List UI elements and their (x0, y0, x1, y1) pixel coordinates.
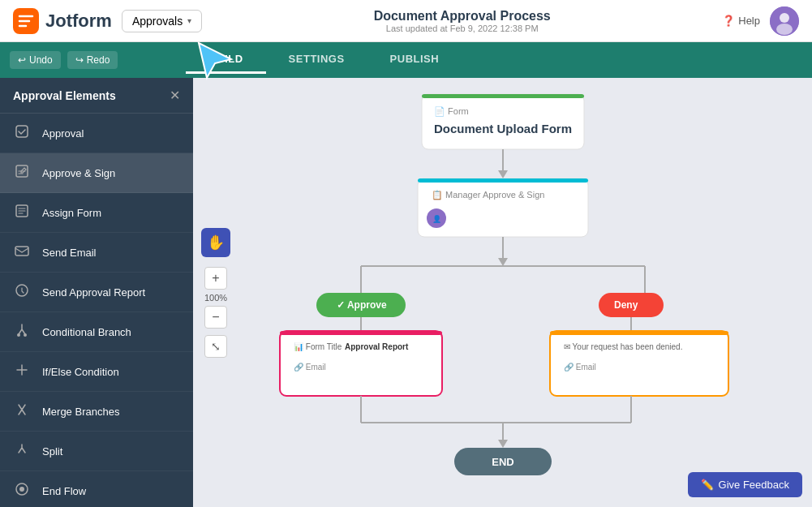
sidebar-item-assign-form[interactable]: Assign Form (0, 193, 193, 233)
help-label: Help (738, 15, 760, 27)
svg-rect-42 (550, 331, 728, 335)
flow-diagram: 📄 Form Document Upload Form 📋 Manager Ap… (219, 86, 787, 483)
svg-text:Approval Report: Approval Report (345, 342, 409, 351)
sidebar-item-split-label: Split (42, 445, 62, 458)
undo-button[interactable]: ↩ Undo (10, 51, 61, 69)
approvals-label: Approvals (132, 15, 183, 28)
sidebar-item-approve-sign[interactable]: Approve & Sign (0, 153, 193, 193)
help-button[interactable]: ❓ Help (722, 15, 760, 27)
svg-text:🔗 Email: 🔗 Email (564, 362, 596, 372)
last-updated: Last updated at Feb 9, 2022 12:38 PM (202, 24, 722, 33)
svg-text:✓ Approve: ✓ Approve (337, 299, 387, 311)
sidebar-item-merge-branches-label: Merge Branches (42, 406, 119, 418)
header-right: ❓ Help (722, 6, 799, 36)
zoom-controls: ✋ + 100% − ⤡ (201, 228, 230, 358)
sidebar-item-end-flow-label: End Flow (42, 485, 86, 497)
svg-rect-15 (422, 94, 584, 98)
canvas-area[interactable]: 📄 Form Document Upload Form 📋 Manager Ap… (193, 78, 812, 507)
svg-text:🔗 Email: 🔗 Email (294, 362, 326, 372)
sidebar-title: Approval Elements (13, 89, 116, 102)
send-approval-report-icon (13, 282, 31, 302)
sidebar-item-send-email[interactable]: Send Email (0, 233, 193, 273)
svg-text:END: END (492, 456, 513, 468)
svg-rect-37 (280, 331, 442, 335)
sidebar-item-send-approval-report-label: Send Approval Report (42, 286, 145, 299)
sidebar-item-end-flow[interactable]: End Flow (0, 471, 193, 507)
svg-marker-26 (498, 258, 508, 266)
split-icon (13, 441, 31, 461)
document-title: Document Approval Process (202, 9, 722, 24)
conditional-branch-icon (13, 322, 31, 342)
tab-publish[interactable]: PUBLISH (367, 46, 462, 74)
sidebar: Approval Elements ✕ Approval Approve & S… (0, 78, 193, 507)
svg-marker-19 (498, 170, 508, 178)
redo-label: Redo (87, 54, 110, 66)
sidebar-item-conditional-branch[interactable]: Conditional Branch (0, 312, 193, 352)
svg-rect-8 (15, 247, 28, 256)
approve-sign-icon (13, 163, 31, 183)
sidebar-item-send-approval-report[interactable]: Send Approval Report (0, 273, 193, 312)
svg-rect-5 (16, 126, 28, 137)
svg-point-10 (17, 333, 20, 337)
sidebar-item-approve-sign-label: Approve & Sign (42, 167, 115, 179)
hand-tool-button[interactable]: ✋ (201, 228, 230, 257)
send-email-icon (13, 243, 31, 262)
svg-text:📊 Form Title: 📊 Form Title (294, 342, 342, 352)
close-icon[interactable]: ✕ (170, 88, 180, 103)
tab-settings[interactable]: SETTINGS (266, 46, 367, 74)
sidebar-item-split[interactable]: Split (0, 432, 193, 471)
svg-rect-21 (418, 178, 588, 183)
svg-point-11 (24, 333, 27, 337)
redo-icon: ↪ (75, 54, 84, 66)
zoom-level-label: 100% (204, 293, 227, 303)
give-feedback-button[interactable]: ✏️ Give Feedback (688, 472, 802, 497)
tab-build[interactable]: BUILD (186, 46, 265, 74)
assign-form-icon (13, 203, 31, 222)
svg-text:📄
         Form: 📄 Form (434, 105, 469, 117)
zoom-out-button[interactable]: − (204, 306, 227, 329)
nav-tabs: BUILD SETTINGS PUBLISH (186, 46, 462, 74)
sidebar-item-assign-form-label: Assign Form (42, 207, 101, 219)
user-avatar[interactable] (770, 6, 799, 36)
redo-button[interactable]: ↪ Redo (67, 51, 118, 69)
main-toolbar: ↩ Undo ↪ Redo BUILD SETTINGS PUBLISH (0, 42, 812, 78)
approvals-dropdown[interactable]: Approvals ▾ (122, 10, 202, 32)
approval-icon (13, 123, 31, 143)
header-center: Document Approval Process Last updated a… (202, 9, 722, 33)
undo-redo-group: ↩ Undo ↪ Redo (10, 51, 118, 69)
svg-marker-49 (498, 440, 508, 448)
sidebar-item-approval-label: Approval (42, 127, 84, 140)
logo-text: Jotform (45, 11, 112, 32)
main-layout: Approval Elements ✕ Approval Approve & S… (0, 78, 812, 507)
sidebar-item-approval[interactable]: Approval (0, 114, 193, 153)
logo-area: Jotform (13, 8, 112, 34)
jotform-logo-icon (13, 8, 39, 34)
sidebar-item-conditional-branch-label: Conditional Branch (42, 326, 131, 338)
svg-rect-20 (418, 178, 588, 237)
end-flow-icon (13, 481, 31, 501)
sidebar-item-merge-branches[interactable]: Merge Branches (0, 392, 193, 432)
svg-text:📋
         Manager Approve & : 📋 Manager Approve & Sign (432, 189, 544, 200)
svg-text:✉ Your request has been denied: ✉ Your request has been denied. (564, 342, 682, 351)
ifelse-icon (13, 362, 31, 381)
chevron-down-icon: ▾ (187, 16, 191, 25)
svg-point-3 (776, 24, 793, 35)
zoom-in-button[interactable]: + (204, 267, 227, 290)
svg-text:Document Upload Form: Document Upload Form (434, 122, 572, 135)
sidebar-header: Approval Elements ✕ (0, 78, 193, 114)
svg-point-2 (780, 13, 789, 23)
app-header: Jotform Approvals ▾ Document Approval Pr… (0, 0, 812, 42)
feedback-label: Give Feedback (719, 479, 789, 491)
sidebar-item-send-email-label: Send Email (42, 247, 96, 259)
feedback-icon: ✏️ (701, 479, 714, 491)
merge-branches-icon (13, 402, 31, 421)
svg-text:Deny: Deny (614, 299, 638, 311)
help-icon: ❓ (722, 15, 735, 27)
svg-text:👤: 👤 (432, 214, 441, 224)
sidebar-item-ifelse-label: If/Else Condition (42, 366, 119, 378)
undo-label: Undo (29, 54, 53, 66)
fit-to-screen-button[interactable]: ⤡ (204, 335, 227, 358)
svg-point-13 (19, 487, 24, 492)
undo-icon: ↩ (18, 54, 26, 66)
sidebar-item-ifelse-condition[interactable]: If/Else Condition (0, 352, 193, 392)
